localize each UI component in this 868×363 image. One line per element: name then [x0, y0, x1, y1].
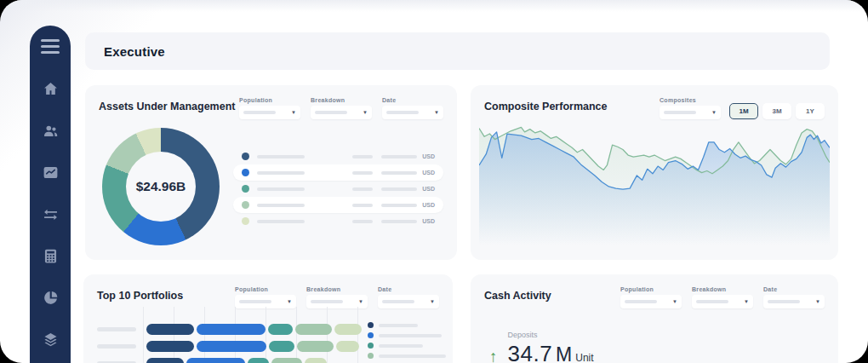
top10-legend-row	[368, 343, 446, 349]
calculator-icon[interactable]	[41, 246, 60, 265]
range-button-3m[interactable]: 3M	[762, 103, 791, 119]
population-select[interactable]: ▼	[620, 295, 682, 308]
clients-icon[interactable]	[41, 121, 60, 140]
aum-legend-row: USD	[233, 213, 443, 229]
legend-value-placeholder	[352, 220, 373, 223]
page-header: Executive	[85, 32, 830, 70]
composites-select[interactable]: ▼	[660, 106, 721, 119]
filter-label: Population	[235, 286, 296, 292]
composite-card-title: Composite Performance	[484, 101, 607, 112]
cash-card-title: Cash Activity	[484, 290, 551, 302]
legend-name-placeholder	[257, 204, 305, 207]
cash-card-header: Cash Activity Population▼Breakdown▼Date▼	[484, 286, 825, 308]
bar-segment[interactable]	[297, 341, 334, 352]
filter-label: Breakdown	[311, 97, 372, 103]
chevron-down-icon: ▼	[291, 110, 296, 115]
filter-label: Population	[239, 97, 300, 103]
top10-card-title: Top 10 Portfolios	[97, 290, 183, 302]
filter-breakdown: Breakdown▼	[311, 97, 372, 119]
bar-segment[interactable]	[336, 341, 359, 352]
date-select[interactable]: ▼	[763, 295, 825, 308]
legend-value-placeholder	[381, 171, 417, 175]
chevron-down-icon: ▼	[672, 299, 677, 304]
legend-dot	[242, 201, 249, 209]
filter-label: Breakdown	[306, 286, 368, 292]
range-button-1m[interactable]: 1M	[729, 103, 758, 119]
filter-label: Date	[763, 286, 825, 292]
legend-dot	[368, 343, 374, 349]
top10-legend-row	[368, 353, 446, 359]
aum-legend: USDUSDUSDUSDUSD	[233, 148, 443, 245]
bar-segment[interactable]	[295, 324, 332, 335]
range-button-1y[interactable]: 1Y	[796, 103, 825, 119]
legend-value-placeholder	[352, 204, 373, 207]
allocation-icon[interactable]	[41, 288, 60, 307]
select-placeholder	[386, 111, 419, 114]
aum-legend-row: USD	[233, 181, 443, 197]
select-placeholder	[311, 300, 343, 303]
legend-name-placeholder	[379, 344, 423, 348]
chevron-down-icon: ▼	[711, 110, 717, 115]
filter-population: Population▼	[235, 286, 296, 308]
chevron-down-icon: ▼	[434, 110, 439, 115]
currency-label: USD	[422, 218, 435, 224]
menu-icon[interactable]	[41, 39, 60, 54]
filter-date: Date▼	[378, 286, 439, 308]
legend-name-placeholder	[257, 155, 305, 158]
select-placeholder	[625, 300, 657, 303]
currency-label: USD	[422, 153, 435, 159]
bar-segment[interactable]	[269, 341, 294, 352]
filter-population: Population▼	[239, 97, 300, 119]
bar-segment[interactable]	[268, 324, 293, 335]
transactions-icon[interactable]	[41, 205, 60, 223]
page-title: Executive	[104, 44, 165, 59]
home-icon[interactable]	[41, 79, 60, 98]
app-window: Executive Assets Under Management Popula…	[0, 0, 868, 363]
select-placeholder	[664, 111, 696, 114]
population-select[interactable]: ▼	[239, 106, 300, 119]
filter-breakdown: Breakdown▼	[306, 286, 368, 308]
chevron-down-icon: ▼	[287, 299, 292, 304]
portfolio-bar-row	[97, 324, 364, 335]
bar-segment[interactable]	[248, 358, 270, 363]
legend-name-placeholder	[379, 354, 446, 358]
top10-bar-chart[interactable]	[97, 324, 364, 363]
aum-legend-row: USD	[233, 197, 443, 213]
bar-segment[interactable]	[146, 324, 194, 335]
breakdown-select[interactable]: ▼	[692, 295, 753, 308]
bar-segment[interactable]	[334, 324, 362, 335]
bar-segment[interactable]	[305, 358, 327, 363]
sidebar	[30, 26, 71, 363]
portfolio-bar-row	[97, 358, 364, 363]
date-select[interactable]: ▼	[378, 295, 439, 308]
line-chart-svg	[479, 123, 830, 256]
legend-value-placeholder	[352, 171, 373, 175]
bar-segment[interactable]	[146, 358, 184, 363]
filter-population: Population▼	[620, 286, 682, 308]
aum-legend-row: USD	[233, 164, 443, 181]
bar-segment[interactable]	[271, 358, 302, 363]
composite-card: Composite Performance Composites ▼ 1M3M1…	[471, 85, 838, 260]
aum-card-header: Assets Under Management Population▼Break…	[99, 97, 443, 119]
bar-segment[interactable]	[146, 341, 194, 352]
top10-legend-row	[368, 332, 446, 338]
bar-segment[interactable]	[197, 341, 266, 352]
composite-performance-chart[interactable]	[479, 123, 830, 256]
bar-segment[interactable]	[186, 358, 245, 363]
chevron-down-icon: ▼	[363, 110, 368, 115]
filter-breakdown: Breakdown▼	[692, 286, 753, 308]
cash-body: ↑ Deposits 34.7 M Unit	[489, 331, 825, 363]
legend-name-placeholder	[379, 334, 442, 337]
breakdown-select[interactable]: ▼	[311, 106, 372, 119]
bar-segment[interactable]	[197, 324, 266, 335]
deposits-metric: Deposits 34.7 M Unit	[508, 331, 594, 363]
aum-legend-row: USD	[233, 148, 443, 164]
deposits-label: Deposits	[508, 331, 594, 339]
portfolio-label-placeholder	[97, 327, 136, 331]
layers-icon[interactable]	[41, 330, 60, 349]
select-placeholder	[696, 300, 728, 303]
aum-donut-chart[interactable]: $24.96B	[102, 128, 220, 245]
chevron-down-icon: ▼	[815, 299, 820, 304]
date-select[interactable]: ▼	[382, 106, 443, 119]
performance-icon[interactable]	[41, 163, 60, 182]
